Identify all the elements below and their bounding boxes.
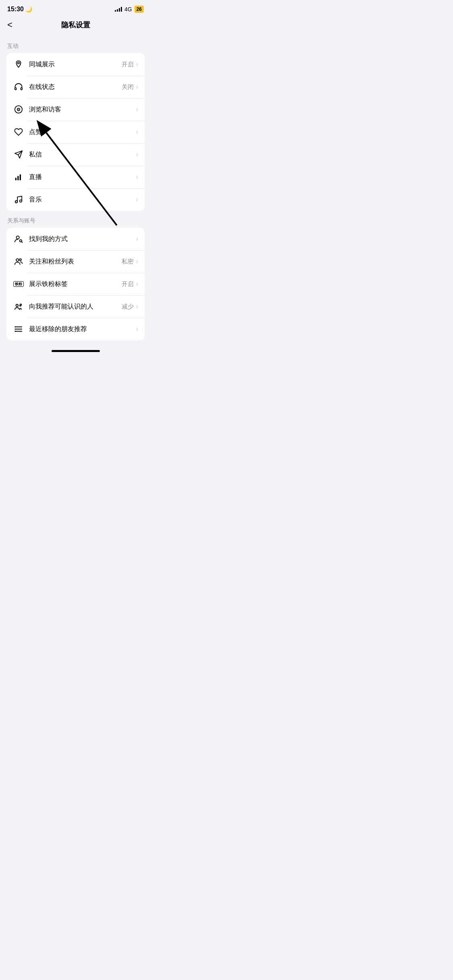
- back-button[interactable]: <: [7, 21, 12, 29]
- message-label: 私信: [29, 150, 134, 159]
- paper-plane-icon: [13, 149, 24, 160]
- eye-icon: [13, 104, 24, 115]
- svg-point-12: [20, 200, 22, 202]
- heart-icon: [13, 126, 24, 138]
- list-item-like[interactable]: 点赞 ›: [6, 121, 145, 143]
- list-item-music[interactable]: 音乐 ›: [6, 188, 145, 211]
- status-bar: 15:30 🌙 4G 26: [0, 0, 151, 16]
- tongcheng-value: 开启: [122, 61, 134, 68]
- tiefan-label: 展示铁粉标签: [29, 280, 122, 288]
- recommend-label: 向我推荐可能认识的人: [29, 303, 122, 311]
- browse-chevron: ›: [136, 106, 138, 113]
- svg-rect-2: [21, 88, 23, 90]
- section-header-relationship: 关系与账号: [0, 211, 151, 228]
- signal-icon: [115, 7, 122, 12]
- location-icon: [13, 59, 24, 70]
- svg-point-26: [14, 331, 16, 332]
- svg-point-16: [16, 259, 19, 261]
- network-label: 4G: [124, 6, 132, 12]
- findme-chevron: ›: [136, 235, 138, 243]
- svg-rect-1: [15, 88, 17, 90]
- interaction-card: 同城展示 开启 › 在线状态 关闭 › 浏览和访客 ›: [6, 53, 145, 211]
- section-header-interaction: 互动: [0, 36, 151, 53]
- tiefan-chevron: ›: [136, 280, 138, 288]
- like-label: 点赞: [29, 128, 134, 136]
- status-time: 15:30 🌙: [7, 6, 32, 13]
- svg-point-25: [14, 329, 16, 330]
- live-label: 直播: [29, 173, 134, 181]
- svg-point-19: [20, 304, 22, 306]
- list-item-live[interactable]: 直播 ›: [6, 166, 145, 188]
- recommend-chevron: ›: [136, 303, 138, 310]
- music-chevron: ›: [136, 196, 138, 203]
- status-right: 4G 26: [115, 6, 144, 13]
- list-item-message[interactable]: 私信 ›: [6, 143, 145, 166]
- home-bar: [52, 350, 100, 352]
- list-item-browse[interactable]: 浏览和访客 ›: [6, 98, 145, 121]
- removed-label: 最近移除的朋友推荐: [29, 325, 134, 334]
- findme-label: 找到我的方式: [29, 235, 134, 243]
- list-item-tiefan[interactable]: 铁粉 展示铁粉标签 开启 ›: [6, 273, 145, 295]
- tiefan-icon: 铁粉: [13, 278, 24, 290]
- online-chevron: ›: [136, 83, 138, 91]
- svg-point-5: [18, 109, 19, 110]
- bars-icon: [13, 171, 24, 183]
- svg-point-17: [19, 259, 21, 261]
- list-item-recommend[interactable]: 向我推荐可能认识的人 减少 ›: [6, 295, 145, 318]
- message-chevron: ›: [136, 151, 138, 158]
- followers-chevron: ›: [136, 258, 138, 265]
- home-indicator: [0, 347, 151, 354]
- svg-rect-10: [20, 175, 21, 181]
- online-value: 关闭: [122, 83, 134, 91]
- recommend-value: 减少: [122, 303, 134, 311]
- list-item-online[interactable]: 在线状态 关闭 ›: [6, 76, 145, 98]
- removed-chevron: ›: [136, 325, 138, 333]
- page-title: 隐私设置: [61, 20, 90, 30]
- svg-point-18: [16, 305, 19, 307]
- online-label: 在线状态: [29, 83, 122, 91]
- nav-header: < 隐私设置: [0, 16, 151, 36]
- svg-rect-9: [17, 176, 19, 180]
- tiefan-value: 开启: [122, 280, 134, 288]
- person-search-icon: [13, 233, 24, 245]
- persons-icon: [13, 256, 24, 267]
- live-chevron: ›: [136, 173, 138, 181]
- tongcheng-label: 同城展示: [29, 60, 122, 69]
- like-chevron: ›: [136, 128, 138, 136]
- list-remove-icon: [13, 323, 24, 335]
- list-item-findme[interactable]: 找到我的方式 ›: [6, 228, 145, 250]
- headphone-icon: [13, 81, 24, 93]
- moon-icon: 🌙: [25, 6, 32, 12]
- music-label: 音乐: [29, 196, 134, 204]
- tongcheng-chevron: ›: [136, 61, 138, 68]
- svg-point-24: [14, 326, 16, 327]
- music-icon: [13, 194, 24, 205]
- svg-rect-8: [15, 178, 17, 180]
- list-item-followers[interactable]: 关注和粉丝列表 私密 ›: [6, 250, 145, 273]
- person-network-icon: [13, 301, 24, 312]
- list-item-tongcheng[interactable]: 同城展示 开启 ›: [6, 53, 145, 76]
- svg-point-0: [18, 62, 20, 64]
- list-item-removed[interactable]: 最近移除的朋友推荐 ›: [6, 318, 145, 340]
- svg-point-13: [17, 236, 19, 239]
- followers-label: 关注和粉丝列表: [29, 257, 122, 266]
- svg-point-11: [15, 201, 18, 203]
- svg-line-15: [22, 242, 23, 243]
- browse-label: 浏览和访客: [29, 105, 134, 114]
- followers-value: 私密: [122, 258, 134, 266]
- battery-badge: 26: [134, 6, 144, 13]
- relationship-card: 找到我的方式 › 关注和粉丝列表 私密 › 铁粉 展示铁粉标签 开启 ›: [6, 228, 145, 340]
